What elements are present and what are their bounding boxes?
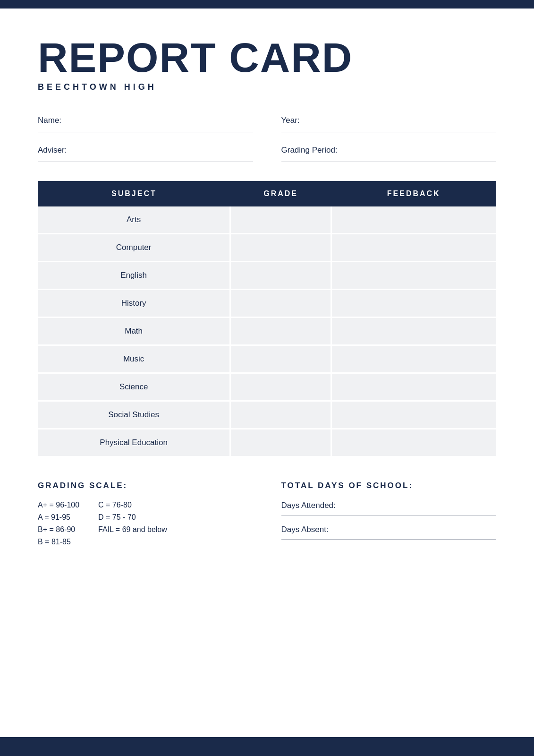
grading-scale-item: B+ = 86-90	[38, 525, 79, 534]
feedback-cell	[331, 206, 496, 234]
school-name: BEECHTOWN HIGH	[38, 82, 496, 92]
grading-col2: C = 76-80D = 75 - 70FAIL = 69 and below	[98, 501, 167, 546]
grade-cell	[230, 234, 331, 262]
name-field: Name:	[38, 116, 253, 132]
adviser-field: Adviser:	[38, 146, 253, 162]
feedback-cell	[331, 262, 496, 290]
grading-period-line	[281, 162, 497, 162]
grading-scale-title: GRADING SCALE:	[38, 481, 253, 490]
subject-cell: History	[38, 290, 230, 318]
days-absent-label: Days Absent:	[281, 525, 329, 534]
grading-col1: A+ = 96-100A = 91-95B+ = 86-90B = 81-85	[38, 501, 79, 546]
days-attended-field: Days Attended:	[281, 501, 497, 515]
grading-scale-item: A = 91-95	[38, 513, 79, 522]
grades-table: SUBJECT GRADE FEEDBACK ArtsComputerEngli…	[38, 181, 496, 457]
table-row: Social Studies	[38, 401, 496, 429]
report-title: REPORT CARD	[38, 37, 496, 78]
feedback-cell	[331, 373, 496, 401]
feedback-cell	[331, 290, 496, 318]
grade-cell	[230, 373, 331, 401]
table-row: Math	[38, 318, 496, 345]
form-row-1: Name: Year:	[38, 116, 496, 132]
days-attended-line	[281, 515, 497, 515]
header-feedback: FEEDBACK	[331, 181, 496, 206]
grading-scale-item: C = 76-80	[98, 501, 167, 509]
year-field: Year:	[281, 116, 497, 132]
feedback-cell	[331, 234, 496, 262]
table-row: Music	[38, 345, 496, 373]
subject-cell: Social Studies	[38, 401, 230, 429]
form-section: Name: Year: Adviser: Grading Period:	[38, 116, 496, 162]
table-row: Physical Education	[38, 429, 496, 457]
adviser-line	[38, 162, 253, 162]
grade-cell	[230, 262, 331, 290]
feedback-cell	[331, 318, 496, 345]
table-row: Arts	[38, 206, 496, 234]
grade-cell	[230, 401, 331, 429]
grading-scale-item: A+ = 96-100	[38, 501, 79, 509]
table-row: Science	[38, 373, 496, 401]
name-line	[38, 132, 253, 132]
name-label: Name:	[38, 116, 253, 125]
year-label: Year:	[281, 116, 497, 125]
header-subject: SUBJECT	[38, 181, 230, 206]
total-days: TOTAL DAYS OF SCHOOL: Days Attended: Day…	[281, 481, 497, 549]
grading-scale-item: B = 81-85	[38, 538, 79, 546]
table-row: English	[38, 262, 496, 290]
subject-cell: Science	[38, 373, 230, 401]
subject-cell: Physical Education	[38, 429, 230, 457]
table-header-row: SUBJECT GRADE FEEDBACK	[38, 181, 496, 206]
subject-cell: English	[38, 262, 230, 290]
subject-cell: Math	[38, 318, 230, 345]
grade-cell	[230, 206, 331, 234]
bottom-bar	[0, 737, 534, 756]
feedback-cell	[331, 401, 496, 429]
grade-cell	[230, 345, 331, 373]
days-absent-line	[281, 539, 497, 540]
subject-cell: Computer	[38, 234, 230, 262]
top-bar	[0, 0, 534, 9]
grading-scale-content: A+ = 96-100A = 91-95B+ = 86-90B = 81-85 …	[38, 501, 253, 546]
grading-period-field: Grading Period:	[281, 146, 497, 162]
days-attended-label: Days Attended:	[281, 501, 336, 510]
grade-cell	[230, 318, 331, 345]
total-days-title: TOTAL DAYS OF SCHOOL:	[281, 481, 497, 490]
subject-cell: Arts	[38, 206, 230, 234]
grading-scale-item: D = 75 - 70	[98, 513, 167, 522]
grading-scale-item: FAIL = 69 and below	[98, 525, 167, 534]
feedback-cell	[331, 345, 496, 373]
bottom-section: GRADING SCALE: A+ = 96-100A = 91-95B+ = …	[38, 481, 496, 549]
feedback-cell	[331, 429, 496, 457]
grade-cell	[230, 290, 331, 318]
grading-period-label: Grading Period:	[281, 146, 497, 155]
year-line	[281, 132, 497, 132]
header-grade: GRADE	[230, 181, 331, 206]
grading-scale: GRADING SCALE: A+ = 96-100A = 91-95B+ = …	[38, 481, 253, 549]
subject-cell: Music	[38, 345, 230, 373]
adviser-label: Adviser:	[38, 146, 253, 155]
table-row: Computer	[38, 234, 496, 262]
form-row-2: Adviser: Grading Period:	[38, 146, 496, 162]
grade-cell	[230, 429, 331, 457]
days-absent-field: Days Absent:	[281, 525, 497, 540]
table-row: History	[38, 290, 496, 318]
